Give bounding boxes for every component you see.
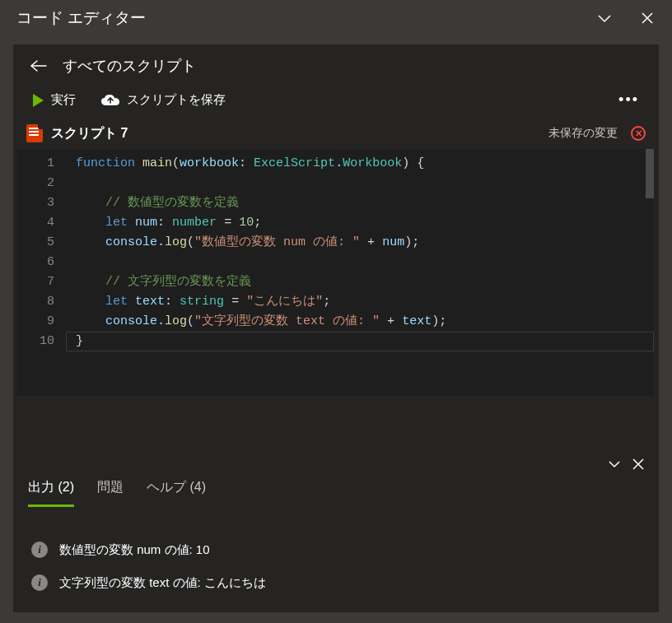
line-number: 6 (16, 253, 54, 272)
title-controls (593, 7, 659, 30)
line-number: 10 (16, 332, 54, 351)
bottom-tabs: 出力 (2) 問題 ヘルプ (4) (28, 474, 644, 507)
output-content: i数値型の変数 num の値: 10i文字列型の変数 text の値: こんにち… (28, 507, 644, 607)
main-panel: すべてのスクリプト 実行 スクリプトを保存 ••• スクリプト 7 未保存の変更… (13, 44, 659, 612)
code-line[interactable]: function main(workbook: ExcelScript.Work… (76, 154, 647, 174)
panel-collapse-icon[interactable] (608, 458, 621, 471)
code-line[interactable]: let text: string = "こんにちは"; (76, 292, 647, 312)
toolbar: 実行 スクリプトを保存 ••• (13, 84, 659, 119)
cloud-save-icon (100, 94, 120, 107)
line-number: 1 (16, 154, 54, 174)
tab-problems[interactable]: 問題 (97, 479, 124, 507)
code-line[interactable]: // 文字列型の変数を定義 (76, 272, 647, 292)
script-file-icon (26, 124, 43, 142)
output-line: i数値型の変数 num の値: 10 (31, 533, 641, 566)
info-icon: i (31, 542, 48, 558)
output-text: 数値型の変数 num の値: 10 (59, 542, 210, 558)
unsaved-changes-label: 未保存の変更 (548, 126, 618, 141)
code-line[interactable]: } (76, 332, 647, 351)
code-line[interactable]: console.log("文字列型の変数 text の値: " + text); (76, 312, 647, 332)
line-number: 2 (16, 174, 54, 193)
code-content[interactable]: function main(workbook: ExcelScript.Work… (66, 149, 654, 396)
line-number: 8 (16, 292, 54, 312)
title-bar: コード エディター (0, 0, 672, 38)
line-number: 5 (16, 233, 54, 253)
code-line[interactable]: console.log("数値型の変数 num の値: " + num); (76, 233, 647, 253)
back-arrow-icon[interactable] (30, 59, 48, 72)
code-line[interactable] (76, 174, 647, 193)
more-options-button[interactable]: ••• (614, 90, 644, 110)
nav-title[interactable]: すべてのスクリプト (63, 56, 196, 76)
code-line[interactable]: let num: number = 10; (76, 213, 647, 233)
script-header: スクリプト 7 未保存の変更 ✕ (13, 119, 659, 149)
run-button[interactable]: 実行 (26, 89, 81, 111)
close-icon[interactable] (636, 7, 659, 30)
bottom-panel: 出力 (2) 問題 ヘルプ (4) i数値型の変数 num の値: 10i文字列… (13, 448, 659, 612)
line-number-gutter: 12345678910 (16, 149, 66, 396)
tab-output[interactable]: 出力 (2) (28, 479, 74, 507)
code-line[interactable] (76, 253, 647, 272)
output-line: i文字列型の変数 text の値: こんにちは (31, 566, 641, 599)
save-label: スクリプトを保存 (127, 92, 226, 108)
run-label: 実行 (51, 92, 76, 108)
output-text: 文字列型の変数 text の値: こんにちは (59, 575, 266, 591)
script-name: スクリプト 7 (51, 125, 128, 142)
line-number: 3 (16, 193, 54, 213)
line-number: 9 (16, 312, 54, 332)
bottom-panel-controls (28, 458, 644, 474)
code-editor[interactable]: 12345678910 function main(workbook: Exce… (16, 149, 654, 396)
code-line[interactable]: // 数値型の変数を定義 (76, 193, 647, 213)
play-icon (31, 93, 44, 108)
info-icon: i (31, 574, 48, 591)
vertical-scrollbar[interactable] (646, 149, 654, 198)
collapse-icon[interactable] (593, 7, 616, 30)
panel-close-icon[interactable] (632, 458, 644, 471)
tab-help[interactable]: ヘルプ (4) (147, 479, 206, 507)
line-number: 4 (16, 213, 54, 233)
line-number: 7 (16, 272, 54, 292)
nav-row: すべてのスクリプト (13, 44, 659, 84)
save-script-button[interactable]: スクリプトを保存 (96, 89, 231, 111)
app-title: コード エディター (16, 7, 146, 29)
discard-changes-icon[interactable]: ✕ (631, 126, 646, 141)
